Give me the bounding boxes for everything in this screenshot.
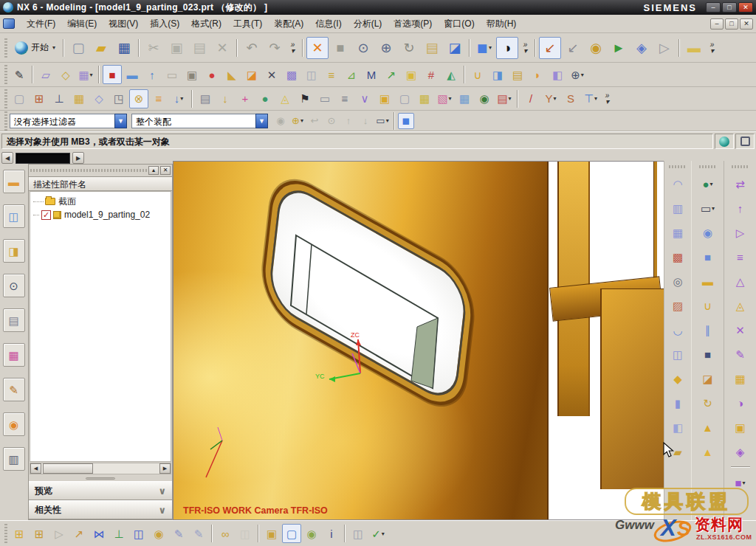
menu-item-0[interactable]: 文件(F) bbox=[21, 15, 61, 32]
mold-side-block[interactable] bbox=[600, 288, 664, 489]
new-file-button[interactable]: ▢ bbox=[67, 37, 89, 59]
sketch-button[interactable]: ✎ bbox=[10, 65, 29, 84]
dropdown-caret-icon[interactable]: ▾ bbox=[743, 480, 746, 486]
cavity-check-button[interactable]: △ bbox=[731, 272, 750, 291]
chevron-down-icon[interactable]: ∨ bbox=[158, 485, 166, 497]
mesh-check-button[interactable]: ▦ bbox=[415, 89, 434, 108]
selection-scope-dropdown-icon[interactable]: ▼ bbox=[255, 114, 268, 128]
dropdown-caret-icon[interactable]: ▾ bbox=[554, 95, 557, 102]
dependencies-section[interactable]: 相关性 ∨ bbox=[29, 500, 172, 519]
chevron-down-icon[interactable]: ∨ bbox=[158, 505, 166, 516]
save-button[interactable]: ▦ bbox=[113, 37, 135, 59]
star-surface-button[interactable]: ◆ bbox=[668, 369, 687, 388]
palette-button[interactable]: ▦ bbox=[3, 343, 25, 367]
panel-resize-notch[interactable] bbox=[29, 475, 172, 481]
scroll-left-icon[interactable]: ◀ bbox=[30, 463, 41, 474]
examine-body-button[interactable]: ▢ bbox=[395, 89, 414, 108]
dropdown-caret-icon[interactable]: ▾ bbox=[594, 95, 597, 102]
pattern-component-button[interactable]: ▷ bbox=[49, 524, 69, 543]
datum-csys-button[interactable]: ◇ bbox=[56, 65, 75, 84]
tree-item-label[interactable]: model1_9_parting_02 bbox=[64, 210, 150, 220]
block-tool-button[interactable]: ■ bbox=[698, 247, 718, 266]
replace-component-button[interactable]: ◉ bbox=[149, 524, 168, 543]
pan-view-button[interactable]: ▤ bbox=[421, 37, 443, 59]
exploded-view-button[interactable]: ▣ bbox=[262, 524, 281, 543]
interpart-link-button[interactable]: ↓▾ bbox=[169, 89, 188, 108]
toolbar-drag-handle[interactable] bbox=[732, 165, 749, 168]
deviation-check-button[interactable]: ∨ bbox=[355, 89, 374, 108]
toolbar-overflow-button[interactable]: »▾ bbox=[288, 42, 298, 54]
csys-axes-button[interactable]: ⊥ bbox=[49, 89, 69, 108]
report-button[interactable]: ▤▾ bbox=[495, 89, 514, 108]
curve-mesh-button[interactable]: ▨ bbox=[668, 296, 687, 315]
offset-surface-button[interactable]: ≡ bbox=[322, 65, 341, 84]
mdi-close-button[interactable]: ✕ bbox=[740, 18, 753, 30]
flange-button[interactable]: ◗ bbox=[528, 65, 547, 84]
chamfer-button[interactable]: ◣ bbox=[222, 65, 241, 84]
dropdown-caret-icon[interactable]: ▾ bbox=[382, 531, 385, 537]
region-check-button[interactable]: ● bbox=[255, 89, 275, 108]
status-frame-cell[interactable] bbox=[735, 134, 755, 149]
assembly-mate-button[interactable]: ⋈ bbox=[89, 524, 109, 543]
point-set-button[interactable]: ⊞ bbox=[30, 89, 49, 108]
scroll-thumb[interactable] bbox=[43, 463, 93, 474]
edit-component-1-button[interactable]: ✎ bbox=[169, 524, 188, 543]
tube-button[interactable]: # bbox=[422, 65, 441, 84]
tree-item-model[interactable]: ✓ model1_9_parting_02 bbox=[32, 208, 169, 221]
chain-link-1-button[interactable]: ∞ bbox=[216, 524, 235, 543]
selection-filter-combo[interactable]: 没有选择过滤器 ▼ bbox=[10, 114, 127, 128]
select-up-button[interactable]: ↑ bbox=[340, 113, 357, 129]
intersection-point-button[interactable]: ●▾ bbox=[698, 174, 718, 193]
arrangements-button[interactable]: ✓▾ bbox=[368, 524, 388, 543]
split-body-button[interactable]: ✕ bbox=[262, 65, 281, 84]
dropdown-caret-icon[interactable]: ▾ bbox=[712, 205, 715, 212]
tube-surface-button[interactable]: ▮ bbox=[668, 393, 687, 412]
pattern-feature-button[interactable]: ↗ bbox=[382, 65, 401, 84]
offset-sheet-button[interactable]: ◧ bbox=[668, 418, 687, 437]
toolbar-overflow-button[interactable]: »▾ bbox=[602, 93, 612, 105]
hole-button[interactable]: ▣ bbox=[182, 65, 202, 84]
set-wcs-axis-button[interactable]: ► bbox=[608, 37, 630, 59]
core-check-button[interactable]: ◬ bbox=[731, 296, 750, 315]
cavity-lift-button[interactable]: ↑ bbox=[731, 198, 750, 218]
tree-item-section[interactable]: 截面 bbox=[32, 195, 169, 208]
chain-link-2-button[interactable]: ◫ bbox=[236, 524, 255, 543]
iso-view-button[interactable]: ◇ bbox=[89, 89, 109, 108]
toolbar-drag-handle[interactable] bbox=[669, 165, 687, 168]
shelf-tool-button[interactable]: ▬ bbox=[698, 272, 718, 291]
part-navigator-button[interactable]: ◨ bbox=[3, 239, 25, 263]
materials-button[interactable]: ✎ bbox=[3, 378, 25, 401]
delete-button[interactable]: ✕ bbox=[211, 37, 233, 59]
mdi-restore-button[interactable]: □ bbox=[725, 18, 738, 30]
minimize-button[interactable]: – bbox=[706, 2, 721, 13]
export-part-button[interactable]: ▢ bbox=[10, 89, 29, 108]
dropdown-caret-icon[interactable]: ▾ bbox=[509, 95, 512, 102]
core-button[interactable]: ◨ bbox=[488, 65, 507, 84]
fit-view-button[interactable]: ✕ bbox=[306, 37, 329, 59]
trim-body-button[interactable]: ◪ bbox=[242, 65, 261, 84]
point-button[interactable]: ⊕▾ bbox=[568, 65, 587, 84]
image-capture-button[interactable]: ▧▾ bbox=[435, 89, 454, 108]
cavity-gem-button[interactable]: ◈ bbox=[731, 442, 750, 461]
deselect-last-button[interactable]: ↩ bbox=[306, 113, 323, 129]
trim-tool-button[interactable]: ◪ bbox=[698, 369, 718, 388]
rotate-view-button[interactable]: ↻ bbox=[398, 37, 420, 59]
panel-drag-handle[interactable] bbox=[30, 169, 147, 172]
cone-tool-button[interactable]: ▲ bbox=[698, 418, 718, 437]
sheet-body-button[interactable]: ◧ bbox=[548, 65, 567, 84]
toolbar-drag-handle[interactable] bbox=[699, 165, 717, 168]
menu-item-6[interactable]: 装配(A) bbox=[268, 15, 309, 32]
toolbar-overflow-button[interactable]: »▾ bbox=[707, 42, 717, 54]
toolbar-drag-handle[interactable] bbox=[4, 111, 7, 131]
move-component-button[interactable]: ↗ bbox=[69, 524, 89, 543]
datum-plane-button[interactable]: ▱ bbox=[36, 65, 55, 84]
boundary-button[interactable]: ◳ bbox=[109, 89, 128, 108]
dropdown-caret-icon[interactable]: ▾ bbox=[90, 72, 93, 78]
draft-button[interactable]: ⊿ bbox=[342, 65, 361, 84]
menu-item-9[interactable]: 首选项(P) bbox=[388, 15, 438, 32]
nav-back-button[interactable]: ◀ bbox=[1, 152, 13, 164]
block-button[interactable]: ■ bbox=[103, 65, 122, 84]
redo-button[interactable]: ↷ bbox=[264, 37, 286, 59]
selection-filter-value[interactable]: 没有选择过滤器 bbox=[10, 114, 114, 128]
rectangle-select-button[interactable]: ▭▾ bbox=[374, 113, 391, 129]
